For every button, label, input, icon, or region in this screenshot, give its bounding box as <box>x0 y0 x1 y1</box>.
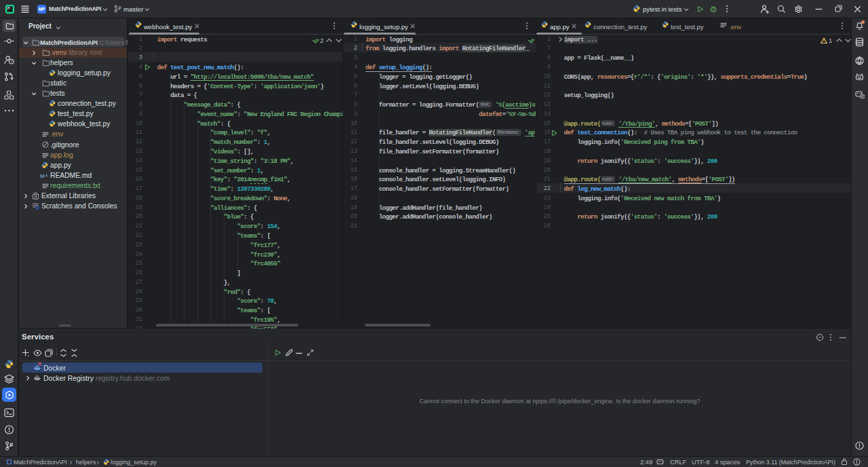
svg-text:M: M <box>40 172 45 179</box>
svg-text:?: ? <box>10 60 12 64</box>
